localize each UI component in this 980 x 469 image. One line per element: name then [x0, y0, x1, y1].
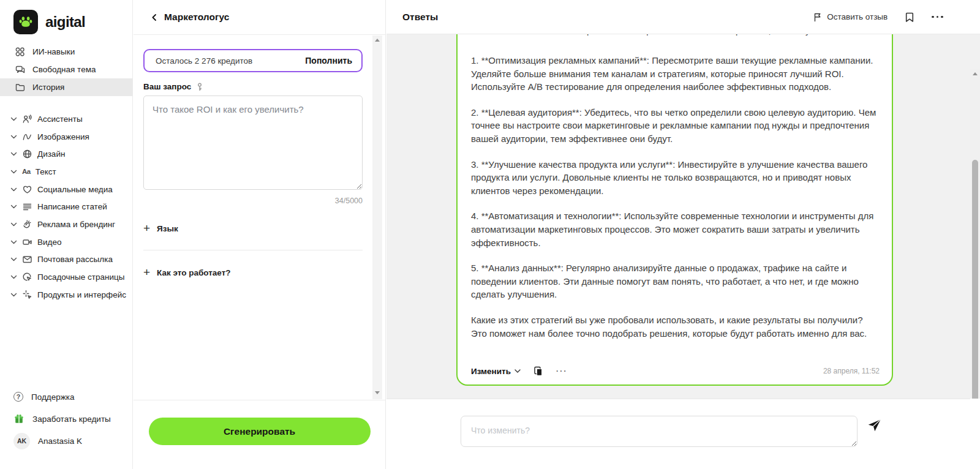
sidebar: aigital ИИ-навыки Свободная тема История… — [0, 0, 133, 469]
sidebar-footer: ? Поддержка Заработать кредиты AK Anasta… — [0, 386, 132, 452]
globe-icon — [22, 149, 32, 159]
sidebar-item-label: Написание статей — [37, 202, 107, 211]
sidebar-item-label: Ассистенты — [37, 114, 83, 124]
clipped-text-line: ROI — это показатель возврата инвестиций… — [471, 34, 880, 38]
logo[interactable]: aigital — [0, 0, 132, 34]
expander-how-it-works[interactable]: + Как это работает? — [143, 268, 363, 278]
flag-icon — [813, 12, 822, 22]
gift-icon — [13, 413, 24, 424]
chevron-down-icon — [10, 257, 17, 261]
answer-paragraph: 1. **Оптимизация рекламных кампаний**: П… — [471, 54, 880, 94]
answer-paragraph: 4. **Автоматизация и технологии**: Испол… — [471, 209, 880, 249]
sidebar-item-label: Почтовая рассылка — [37, 255, 113, 264]
sidebar-item-assistants[interactable]: Ассистенты — [0, 110, 132, 128]
sidebar-item-social-media[interactable]: Социальные медиа — [0, 181, 132, 198]
heart-icon — [22, 184, 32, 195]
scroll-up-arrow[interactable] — [375, 39, 380, 42]
text-lines-icon — [22, 201, 32, 212]
answer-paragraph: Какие из этих стратегий вы уже пробовали… — [471, 313, 880, 340]
sidebar-item-ai-skills[interactable]: ИИ-навыки — [0, 43, 132, 61]
credits-remaining: Осталось 2 276 кредитов — [156, 56, 252, 66]
sidebar-item-articles[interactable]: Написание статей — [0, 198, 132, 216]
cursor-target-icon — [22, 272, 32, 282]
plus-icon: + — [143, 222, 150, 234]
chat-bubbles-icon — [15, 64, 25, 75]
feedback-button[interactable]: Оставить отзыв — [813, 12, 888, 22]
sidebar-item-label: Продукты и интерфейс — [37, 290, 126, 299]
answers-scrollbar[interactable] — [970, 69, 980, 399]
tool-title: Маркетологус — [164, 12, 229, 23]
sidebar-item-ads-branding[interactable]: Реклама и брендинг — [0, 216, 132, 233]
sidebar-item-label: Видео — [37, 238, 61, 247]
sidebar-item-video[interactable]: Видео — [0, 233, 132, 251]
envelope-icon — [22, 254, 32, 265]
sidebar-item-email[interactable]: Почтовая рассылка — [0, 251, 132, 269]
chevron-down-icon — [10, 170, 17, 174]
sidebar-item-text[interactable]: Aa Текст — [0, 163, 132, 181]
paw-logo-icon — [13, 10, 38, 34]
sidebar-item-label: Изображения — [37, 132, 89, 141]
tool-header: Маркетологус — [134, 0, 385, 35]
sidebar-item-label: Поддержка — [31, 392, 74, 402]
char-counter: 34/5000 — [143, 197, 363, 205]
sidebar-item-support[interactable]: ? Поддержка — [0, 386, 132, 408]
sidebar-item-label: Дизайн — [37, 149, 65, 159]
sidebar-item-label: ИИ-навыки — [32, 47, 75, 56]
pen-scribble-icon — [22, 132, 32, 142]
sidebar-item-products-interface[interactable]: Продукты и интерфейс — [0, 286, 132, 304]
answer-toolbar: Изменить ··· 28 апреля, 11:52 — [471, 366, 880, 377]
hint-key-icon[interactable] — [196, 83, 203, 91]
sidebar-item-label: История — [32, 83, 64, 92]
expander-language[interactable]: + Язык — [143, 223, 363, 234]
credits-box: Осталось 2 276 кредитов Пополнить — [143, 49, 363, 72]
sidebar-item-account[interactable]: AK Anastasia K — [0, 430, 132, 452]
composer-input[interactable] — [461, 416, 858, 447]
tool-scrollbar[interactable] — [372, 36, 382, 399]
sidebar-item-earn-credits[interactable]: Заработать кредиты — [0, 408, 132, 430]
sidebar-item-free-topic[interactable]: Свободная тема — [0, 61, 132, 78]
scroll-down-arrow[interactable] — [375, 391, 380, 394]
answer-paragraph: 5. **Анализ данных**: Регулярно анализир… — [471, 261, 880, 301]
sidebar-item-label: Реклама и брендинг — [37, 220, 115, 229]
more-menu-icon[interactable] — [932, 16, 943, 18]
answer-card: ROI — это показатель возврата инвестиций… — [456, 34, 893, 386]
chevron-down-icon — [10, 152, 17, 156]
scrollbar-thumb[interactable] — [972, 160, 978, 399]
bookmark-icon[interactable] — [905, 12, 914, 23]
sidebar-item-label: Текст — [36, 167, 56, 176]
back-chevron-icon[interactable] — [151, 13, 158, 21]
sparkle-cursor-icon — [22, 290, 32, 300]
sidebar-item-label: Заработать кредиты — [32, 415, 111, 424]
sidebar-item-history[interactable]: История — [0, 78, 132, 96]
sidebar-item-label: Свободная тема — [32, 65, 96, 74]
answer-paragraph: 2. **Целевая аудитория**: Убедитесь, что… — [471, 106, 880, 146]
answers-header: Ответы Оставить отзыв — [386, 0, 980, 34]
assistant-icon — [22, 114, 32, 124]
request-input[interactable]: Что такое ROI и как его увеличить? — [143, 96, 363, 190]
composer-bar — [386, 399, 970, 469]
chevron-down-icon — [10, 204, 17, 209]
chevron-down-icon — [10, 187, 17, 192]
user-name: Anastasia K — [38, 437, 82, 446]
sidebar-item-landing-pages[interactable]: Посадочные страницы — [0, 268, 132, 286]
request-label: Ваш запрос — [143, 82, 191, 91]
generate-button[interactable]: Сгенерировать — [149, 418, 371, 445]
topup-button[interactable]: Пополнить — [305, 56, 352, 66]
timestamp: 28 апреля, 11:52 — [823, 367, 880, 375]
tool-scroll-area: Осталось 2 276 кредитов Пополнить Ваш за… — [134, 36, 385, 399]
send-icon[interactable] — [865, 418, 883, 435]
chevron-down-icon — [10, 240, 17, 244]
answers-title: Ответы — [402, 12, 438, 23]
sidebar-item-images[interactable]: Изображения — [0, 128, 132, 146]
chevron-down-icon — [10, 222, 17, 227]
edit-dropdown[interactable]: Изменить — [471, 367, 521, 376]
chevron-down-icon — [10, 275, 17, 279]
sidebar-item-design[interactable]: Дизайн — [0, 145, 132, 163]
chevron-down-icon — [10, 135, 17, 139]
category-nav: Ассистенты Изображения Дизайн Aa Текст С… — [0, 110, 132, 304]
sidebar-item-label: Посадочные страницы — [37, 272, 124, 282]
copy-icon[interactable] — [533, 366, 543, 377]
message-more-icon[interactable]: ··· — [556, 368, 567, 374]
scroll-up-arrow[interactable] — [973, 72, 978, 75]
chevron-down-icon — [10, 117, 17, 121]
